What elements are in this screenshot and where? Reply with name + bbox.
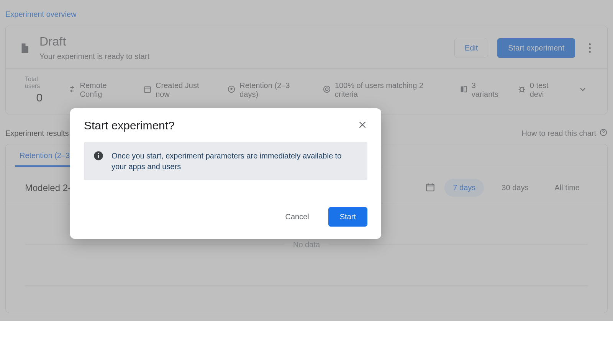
svg-rect-10 [98, 155, 99, 158]
close-dialog-button[interactable] [357, 120, 367, 131]
dialog-info-banner: Once you start, experiment parameters ar… [84, 142, 367, 180]
dialog-title: Start experiment? [84, 119, 175, 132]
dialog-start-button[interactable]: Start [328, 207, 367, 227]
svg-rect-11 [98, 153, 99, 154]
dialog-info-text: Once you start, experiment parameters ar… [111, 150, 358, 172]
dialog-cancel-button[interactable]: Cancel [278, 209, 316, 225]
modal-scrim[interactable]: Start experiment? Once you start, experi… [0, 0, 613, 321]
info-icon [93, 150, 104, 164]
start-experiment-dialog: Start experiment? Once you start, experi… [70, 108, 381, 239]
